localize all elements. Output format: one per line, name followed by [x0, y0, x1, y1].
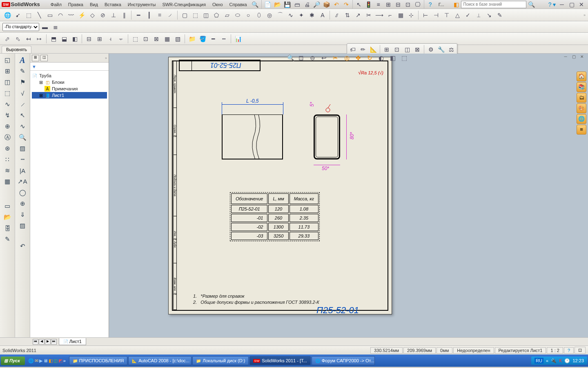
ht7-icon[interactable]: ↘ [484, 10, 494, 20]
an1-icon[interactable]: 🏷 [348, 45, 358, 54]
window1-icon[interactable]: ⊞ [383, 0, 393, 9]
an3-icon[interactable]: 📐 [368, 45, 378, 54]
lt-db-icon[interactable]: 🗄 [2, 223, 13, 233]
tree-annotations[interactable]: A Примечания [32, 85, 107, 92]
persp-icon[interactable]: ⬚ [401, 54, 410, 63]
lt-diag-icon[interactable]: ⬚ [2, 88, 13, 98]
ql-desktop-icon[interactable]: 🖥 [43, 358, 48, 364]
tray-1-icon[interactable]: 🔌 [551, 358, 557, 364]
diag-icon[interactable]: ⟋ [165, 10, 175, 20]
tp-lib-icon[interactable]: 📚 [577, 82, 586, 92]
color-icon[interactable]: ▬ [40, 22, 50, 32]
status-lock-icon[interactable]: ⊡ [575, 347, 586, 354]
wave-icon[interactable]: ∿ [286, 10, 296, 20]
l2-zoom-icon[interactable]: 🔍 [17, 132, 28, 142]
menu-file[interactable]: Файл [47, 1, 65, 8]
save-icon[interactable]: 💾 [283, 0, 292, 9]
redo-icon[interactable]: ↷ [341, 0, 351, 9]
tp-prop-icon[interactable]: 🌐 [577, 114, 586, 124]
search-icon[interactable]: 🔍 [250, 0, 260, 9]
shade-icon[interactable]: ◧ [390, 54, 399, 63]
tp-view-icon[interactable]: 🎨 [577, 103, 586, 113]
task-3[interactable]: 📁 Локальный диск (D:) [192, 356, 249, 365]
l2-fill-icon[interactable]: ▨ [17, 144, 28, 153]
traffic-icon[interactable]: 🚦 [364, 0, 374, 9]
move-icon[interactable]: ✥ [356, 54, 365, 63]
tree-sheet1[interactable]: ⊞ 📘 Лист1 [32, 92, 107, 99]
help-icon[interactable]: ? [425, 0, 435, 9]
l2-undo-icon[interactable]: ↶ [17, 241, 28, 251]
system-tray[interactable]: RU « 🔌 K 🕐 12:23 [531, 357, 587, 365]
saveall-icon[interactable]: 🗃 [292, 0, 302, 9]
ht8-icon[interactable]: ✎ [495, 10, 505, 20]
tree-filter-input[interactable] [38, 64, 107, 69]
lt-p1-icon[interactable]: ∿ [2, 99, 13, 109]
tray-2-icon[interactable]: K [559, 358, 562, 363]
graphics-canvas[interactable]: ─ ▢ ✕ 🔍 ⊡ ⊖ ↩ ✂ ◎ ✥ ↻ ◐ ◧ ⬚ 🏠 📚 🗂 🎨 🌐 ≡ [109, 54, 588, 337]
ht4-icon[interactable]: △ [452, 10, 462, 20]
l2-weld-icon[interactable]: ↖ [17, 110, 28, 120]
screen-icon[interactable]: 🖵 [413, 0, 423, 9]
tp-home-icon[interactable]: 🏠 [577, 72, 586, 81]
comp-icon[interactable]: ➹ [13, 10, 23, 20]
al8-icon[interactable]: ⊟ [84, 34, 94, 44]
an7-icon[interactable]: ⊠ [412, 45, 422, 54]
arc2-icon[interactable]: ⌒ [275, 10, 285, 20]
spline-icon[interactable]: 〰 [66, 10, 76, 20]
al1-icon[interactable]: ⬀ [2, 34, 12, 44]
tp-explorer-icon[interactable]: 🗂 [577, 93, 586, 103]
lt-grid-icon[interactable]: ⊞ [2, 66, 13, 76]
tab-align[interactable]: Выровнять [2, 46, 31, 53]
ht6-icon[interactable]: ⟂ [474, 10, 483, 20]
sheet-first-icon[interactable]: ⏮ [33, 339, 38, 345]
trim2-icon[interactable]: ✂ [364, 10, 374, 20]
l2-arrow-icon[interactable]: ⇓ [17, 210, 28, 220]
mirror-icon[interactable]: ⇅ [343, 10, 352, 20]
l2-txt-icon[interactable]: |A [17, 166, 28, 175]
tray-expand-icon[interactable]: « [546, 358, 548, 363]
section-icon[interactable]: ✂ [333, 54, 342, 63]
horiz-icon[interactable]: ━ [134, 10, 143, 20]
lt-p5-icon[interactable]: ⊛ [2, 144, 13, 153]
ht3-icon[interactable]: ⊤ [442, 10, 452, 20]
ql-2-icon[interactable]: ◫ [53, 358, 58, 364]
para-icon[interactable]: ∥ [119, 10, 129, 20]
menu-insert[interactable]: Вставка [101, 1, 125, 8]
al16-icon[interactable]: ▧ [173, 34, 183, 44]
detail-icon[interactable]: ◎ [344, 54, 353, 63]
lt-open-icon[interactable]: 📂 [2, 212, 13, 222]
al2-icon[interactable]: ⬁ [13, 34, 23, 44]
undo-icon[interactable]: ↶ [332, 0, 341, 9]
filter-icon[interactable]: ▼ [32, 64, 36, 69]
tp-appear-icon[interactable]: ≡ [577, 125, 586, 135]
minimize-icon[interactable]: ─ [557, 0, 567, 9]
sheet-prev-icon[interactable]: ◀ [39, 339, 45, 345]
al11-icon[interactable]: ⫟ [116, 34, 126, 44]
menu-edit[interactable]: Правка [65, 1, 87, 8]
close-icon[interactable]: ✕ [577, 0, 586, 9]
al13-icon[interactable]: ⊡ [141, 34, 151, 44]
task-1[interactable]: 📁 ПРИСПОСОБЛЕНИЯ [69, 356, 127, 365]
lt-p3-icon[interactable]: ⊕ [2, 121, 13, 131]
tree-root[interactable]: 📄 Труба [32, 72, 107, 79]
zoomwin-icon[interactable]: ⊡ [298, 54, 307, 63]
status-help-icon[interactable]: ? [564, 347, 574, 354]
eq-icon[interactable]: = [155, 10, 165, 20]
l2-note-icon[interactable]: ↗A [17, 177, 28, 186]
bucket-icon[interactable]: 🪣 [198, 34, 207, 44]
extend-icon[interactable]: ⟶ [374, 10, 384, 20]
tree-collapse-icon[interactable]: » [105, 56, 107, 60]
lt-ortho-icon[interactable]: ◫ [2, 77, 13, 87]
start-button[interactable]: ⊞Пуск [1, 357, 25, 365]
slot-icon[interactable]: ⬭ [233, 10, 243, 20]
l2-balloon-icon[interactable]: ◯ [17, 188, 28, 197]
tray-clock[interactable]: 12:23 [572, 358, 584, 363]
circle-icon[interactable]: ○ [243, 10, 253, 20]
menu-help[interactable]: Справка [226, 1, 250, 8]
rotate-icon[interactable]: ↻ [367, 54, 376, 63]
rect2-icon[interactable]: ▢ [180, 10, 189, 20]
ql-mail-icon[interactable]: ✉ [35, 358, 38, 364]
window3-icon[interactable]: ⊡ [403, 0, 413, 9]
trim-icon[interactable]: ⊘ [98, 10, 108, 20]
l2-hatch-icon[interactable]: ▨ [17, 221, 28, 231]
